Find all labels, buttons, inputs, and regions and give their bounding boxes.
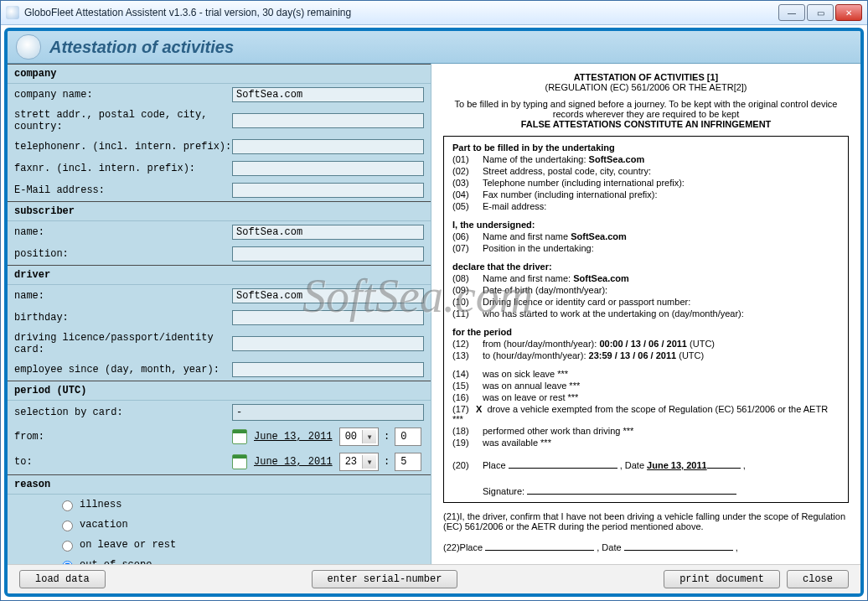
app-icon xyxy=(6,6,19,19)
card-selector[interactable]: - xyxy=(232,404,424,421)
subscriber-position-input[interactable] xyxy=(232,246,424,262)
reason-leave-radio[interactable] xyxy=(62,541,73,552)
reason-illness-radio[interactable] xyxy=(62,500,73,511)
label-drv-bday: birthday: xyxy=(14,312,232,324)
maximize-button[interactable]: ▭ xyxy=(807,4,834,21)
label-drv-name: name: xyxy=(14,290,232,302)
main-body: company company name: strett addr., post… xyxy=(8,64,860,564)
minimize-button[interactable]: — xyxy=(778,4,805,21)
form-panel: company company name: strett addr., post… xyxy=(8,64,431,564)
from-hour-combo[interactable]: 00▾ xyxy=(339,427,379,446)
label-email: E-Mail address: xyxy=(14,184,232,196)
section-driver: driver xyxy=(8,265,431,285)
enter-serial-button[interactable]: enter serial-number xyxy=(312,570,458,588)
doc-box: Part to be filled in by the undertaking … xyxy=(443,136,849,503)
titlebar: GloboFleet Attestation Assistent v1.3.6 … xyxy=(1,1,867,25)
app-window: GloboFleet Attestation Assistent v1.3.6 … xyxy=(0,0,868,601)
label-to: to: xyxy=(14,456,232,468)
label-fax: faxnr. (incl. intern. prefix): xyxy=(14,163,232,174)
calendar-to-icon[interactable] xyxy=(232,454,247,469)
from-min-combo[interactable]: 0 xyxy=(395,427,421,446)
company-name-input[interactable] xyxy=(232,87,424,102)
label-sub-pos: position: xyxy=(14,248,232,260)
app-logo-icon xyxy=(16,34,41,60)
form-scroll[interactable]: company company name: strett addr., post… xyxy=(8,64,431,564)
close-window-button[interactable]: ✕ xyxy=(835,4,862,21)
driver-since-input[interactable] xyxy=(232,362,424,377)
chevron-down-icon: ▾ xyxy=(362,430,376,443)
chevron-down-icon: ▾ xyxy=(362,455,376,469)
from-date[interactable]: June 13, 2011 xyxy=(254,431,333,443)
driver-licence-input[interactable] xyxy=(232,336,424,351)
window-controls: — ▭ ✕ xyxy=(778,4,862,21)
doc-intro2: FALSE ATTESTATIONS CONSTITUTE AN INFRING… xyxy=(521,119,772,129)
fax-input[interactable] xyxy=(232,161,424,176)
document-preview: ATTESTATION OF ACTIVITIES [1] (REGULATIO… xyxy=(431,64,860,564)
label-drv-lic: driving licence/passport/identity card: xyxy=(14,332,232,355)
to-min-combo[interactable]: 5 xyxy=(395,453,421,471)
label-phone: telephonenr. (incl. intern. prefix): xyxy=(14,141,232,153)
reason-vacation-radio[interactable] xyxy=(62,521,73,531)
footer: load data enter serial-number print docu… xyxy=(8,564,860,593)
calendar-from-icon[interactable] xyxy=(232,429,247,444)
phone-input[interactable] xyxy=(232,139,424,154)
close-button[interactable]: close xyxy=(787,570,849,588)
section-subscriber: subscriber xyxy=(8,201,431,221)
driver-birthday-input[interactable] xyxy=(232,310,424,325)
doc-intro1: To be filled in by typing and signed bef… xyxy=(443,99,849,119)
label-street: strett addr., postal code, city, country… xyxy=(14,109,232,132)
driver-name-input[interactable] xyxy=(232,288,424,303)
section-period: period (UTC) xyxy=(8,381,431,401)
to-date[interactable]: June 13, 2011 xyxy=(254,456,333,468)
street-input[interactable] xyxy=(232,113,424,128)
page-title: Attestation of activities xyxy=(49,38,234,57)
label-sel-card: selection by card: xyxy=(14,407,232,418)
window-title: GloboFleet Attestation Assistent v1.3.6 … xyxy=(24,7,778,18)
label-company-name: company name: xyxy=(14,89,232,101)
label-sub-name: name: xyxy=(14,226,232,238)
doc-h2: (REGULATION (EC) 561/2006 OR THE AETR[2]… xyxy=(443,82,849,92)
email-input[interactable] xyxy=(232,183,424,198)
label-drv-since: employee since (day, month, year): xyxy=(14,364,232,376)
print-document-button[interactable]: print document xyxy=(664,570,780,588)
app-header: Attestation of activities xyxy=(8,31,860,64)
section-reason: reason xyxy=(8,474,431,495)
subscriber-name-input[interactable] xyxy=(232,225,424,240)
label-from: from: xyxy=(14,431,232,443)
app-frame: Attestation of activities company compan… xyxy=(4,28,864,597)
to-hour-combo[interactable]: 23▾ xyxy=(339,453,379,471)
doc-h1: ATTESTATION OF ACTIVITIES [1] xyxy=(574,72,719,82)
load-data-button[interactable]: load data xyxy=(19,570,106,588)
section-company: company xyxy=(8,64,431,84)
